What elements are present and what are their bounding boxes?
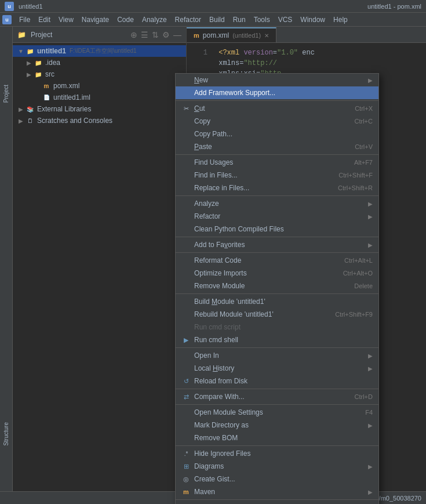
menu-analyze[interactable]: Analyze — [138, 14, 171, 25]
menu-edit[interactable]: Edit — [34, 14, 54, 25]
ctx-diagrams-arrow: ▶ — [368, 463, 373, 470]
ctx-reload-disk-label: Reload from Disk — [194, 377, 373, 385]
context-menu: New ▶ Add Framework Support... ✂ Cut Ctr… — [175, 73, 379, 504]
mark-dir-icon — [181, 420, 191, 430]
tree-label-scratches: Scratches and Consoles — [37, 117, 112, 125]
ctx-open-in-label: Open In — [194, 351, 365, 360]
tree-item-root[interactable]: ▼ 📁 untitled1 F:\IDEA工作空间\untitled1 — [13, 45, 186, 57]
ctx-rebuild-module[interactable]: Rebuild Module 'untitled1' Ctrl+Shift+F9 — [176, 308, 378, 321]
ctx-replace-files-label: Replace in Files... — [194, 184, 326, 192]
menu-code[interactable]: Code — [113, 14, 138, 25]
ctx-add-favorites-label: Add to Favorites — [194, 241, 365, 249]
menu-tools[interactable]: Tools — [250, 14, 274, 25]
ctx-sep-7 — [176, 347, 378, 348]
ctx-refactor-arrow: ▶ — [368, 213, 373, 220]
tree-item-idea[interactable]: ▶ 📁 .idea — [13, 57, 186, 68]
sort-icon[interactable]: ⇅ — [152, 30, 159, 39]
ctx-optimize-imports[interactable]: Optimize Imports Ctrl+Alt+O — [176, 267, 378, 280]
tree-label-src: src — [45, 70, 54, 78]
ctx-sep-2 — [176, 154, 378, 155]
folder-icon-root: 📁 — [26, 46, 35, 56]
tree-item-ext-libs[interactable]: ▶ 📚 External Libraries — [13, 103, 186, 115]
ctx-find-usages[interactable]: Find Usages Alt+F7 — [176, 156, 378, 169]
menu-help[interactable]: Help — [329, 14, 352, 25]
ctx-run-cmd-shell[interactable]: ▶ Run cmd shell — [176, 333, 378, 346]
menu-build[interactable]: Build — [205, 14, 229, 25]
list-icon[interactable]: ☰ — [141, 30, 148, 39]
ctx-open-module-settings[interactable]: Open Module Settings F4 — [176, 406, 378, 419]
optimize-icon — [181, 269, 191, 278]
tree-item-iml[interactable]: ▶ 📄 untitled1.iml — [13, 92, 186, 103]
menu-file[interactable]: File — [15, 14, 34, 25]
ctx-diagrams-label: Diagrams — [194, 462, 365, 470]
ctx-open-in[interactable]: Open In ▶ — [176, 349, 378, 362]
ctx-reformat[interactable]: Reformat Code Ctrl+Alt+L — [176, 254, 378, 267]
ctx-hide-ignored[interactable]: .* Hide Ignored Files — [176, 447, 378, 460]
ctx-diagrams[interactable]: ⊞ Diagrams ▶ — [176, 460, 378, 473]
tab-pomxml[interactable]: m pom.xml (untitled1) ✕ — [187, 27, 276, 42]
tab-subtitle: (untitled1) — [232, 32, 261, 39]
project-name: untitled1 — [19, 3, 43, 10]
ctx-clean-python[interactable]: Clean Python Compiled Files — [176, 223, 378, 235]
ctx-local-history[interactable]: Local History ▶ — [176, 362, 378, 375]
add-framework-icon — [181, 88, 191, 97]
tree-label-iml: untitled1.iml — [53, 93, 90, 101]
project-header-icons: ⊕ ☰ ⇅ ⚙ — — [130, 30, 181, 39]
ctx-copy[interactable]: Copy Ctrl+C — [176, 115, 378, 128]
ctx-convert-kotlin[interactable]: Convert Java File to Kotlin File Ctrl+Al… — [176, 501, 378, 504]
ctx-add-favorites[interactable]: Add to Favorites ▶ — [176, 238, 378, 251]
menu-vcs[interactable]: VCS — [274, 14, 297, 25]
ctx-hide-ignored-label: Hide Ignored Files — [194, 449, 373, 458]
ctx-remove-bom[interactable]: Remove BOM — [176, 432, 378, 444]
tree-item-scratches[interactable]: ▶ 🗒 Scratches and Consoles — [13, 115, 186, 126]
menu-navigate[interactable]: Navigate — [78, 14, 113, 25]
ctx-find-files[interactable]: Find in Files... Ctrl+Shift+F — [176, 169, 378, 182]
ctx-create-gist[interactable]: ◎ Create Gist... — [176, 473, 378, 485]
ctx-mark-directory[interactable]: Mark Directory as ▶ — [176, 419, 378, 432]
ctx-replace-files[interactable]: Replace in Files... Ctrl+Shift+R — [176, 182, 378, 194]
ctx-analyze[interactable]: Analyze ▶ — [176, 197, 378, 210]
ctx-paste[interactable]: Paste Ctrl+V — [176, 140, 378, 153]
remove-module-icon — [181, 281, 191, 291]
ctx-refactor[interactable]: Refactor ▶ — [176, 210, 378, 223]
ctx-new[interactable]: New ▶ — [176, 74, 378, 86]
ctx-sep-4 — [176, 237, 378, 237]
menu-window[interactable]: Window — [296, 14, 329, 25]
project-tree: ▼ 📁 untitled1 F:\IDEA工作空间\untitled1 ▶ 📁 … — [13, 43, 186, 504]
ctx-maven[interactable]: m Maven ▶ — [176, 485, 378, 498]
ctx-copy-label: Copy — [194, 117, 343, 125]
menu-view[interactable]: View — [54, 14, 78, 25]
minimize-icon[interactable]: — — [173, 30, 181, 39]
tree-arrow-src: ▶ — [26, 71, 32, 78]
structure-side-label: Structure — [3, 422, 9, 446]
ctx-cut[interactable]: ✂ Cut Ctrl+X — [176, 102, 378, 115]
ctx-mark-directory-label: Mark Directory as — [194, 421, 365, 429]
module-settings-icon — [181, 408, 191, 417]
gear-icon[interactable]: ⊕ — [130, 30, 137, 39]
ctx-maven-label: Maven — [194, 488, 365, 496]
menu-refactor[interactable]: Refactor — [171, 14, 205, 25]
ctx-remove-module[interactable]: Remove Module Delete — [176, 280, 378, 292]
ctx-add-framework[interactable]: Add Framework Support... — [176, 86, 378, 99]
ctx-run-cmd-shell-label: Run cmd shell — [194, 336, 373, 344]
ctx-optimize-label: Optimize Imports — [194, 269, 332, 277]
project-side-label: Project — [3, 85, 9, 103]
ctx-build-module[interactable]: Build Module 'untitled1' — [176, 295, 378, 308]
ctx-reload-disk[interactable]: ↺ Reload from Disk — [176, 375, 378, 387]
tree-arrow-scratches: ▶ — [17, 117, 24, 124]
ctx-replace-files-shortcut: Ctrl+Shift+R — [338, 184, 373, 191]
settings-icon[interactable]: ⚙ — [162, 30, 170, 39]
tab-close-icon[interactable]: ✕ — [264, 32, 269, 39]
tree-item-pomxml[interactable]: ▶ m pom.xml — [13, 80, 186, 92]
folder-icon-idea: 📁 — [34, 58, 43, 67]
scratches-icon: 🗒 — [26, 116, 35, 125]
new-icon — [181, 75, 191, 85]
maven-icon: m — [181, 487, 191, 496]
tree-item-src[interactable]: ▶ 📁 src — [13, 68, 186, 80]
ctx-add-framework-label: Add Framework Support... — [194, 89, 373, 97]
ctx-compare-with[interactable]: ⇄ Compare With... Ctrl+D — [176, 390, 378, 403]
menu-run[interactable]: Run — [229, 14, 250, 25]
paste-icon — [181, 142, 191, 151]
ctx-cut-label: Cut — [194, 104, 343, 113]
ctx-copy-path[interactable]: Copy Path... — [176, 128, 378, 140]
